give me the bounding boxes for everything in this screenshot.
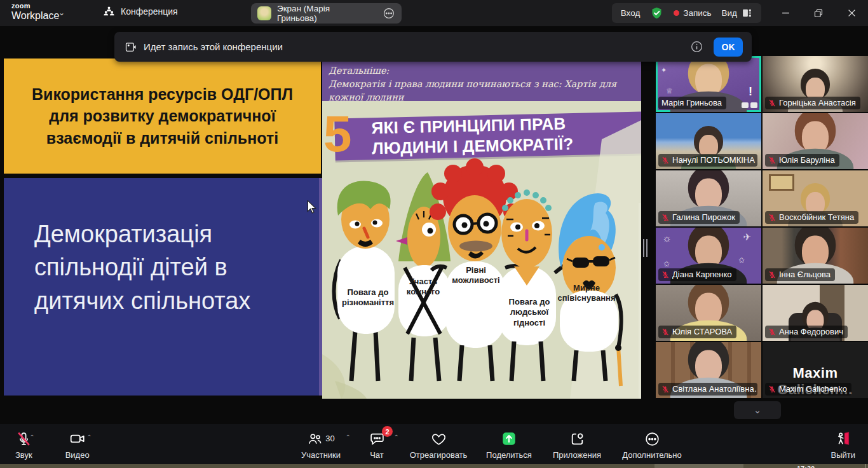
- view-button[interactable]: Вид: [722, 8, 752, 18]
- react-button[interactable]: Отреагировать: [405, 429, 471, 460]
- participants-count: 30: [325, 434, 334, 443]
- people-group-icon: [103, 5, 115, 17]
- recording-indicator[interactable]: Запись: [674, 8, 711, 18]
- avatar: [257, 6, 271, 20]
- muted-mic-icon: [768, 271, 776, 279]
- info-icon[interactable]: [690, 40, 703, 53]
- participant-tile[interactable]: Воскобійник Тетяна: [763, 170, 868, 226]
- logo-text-workplace: Workplace: [11, 11, 59, 21]
- muted-mic-icon: [768, 156, 776, 164]
- zoom-workplace-logo: zoom Workplace: [11, 3, 59, 21]
- participant-name-label: Воскобійник Тетяна: [765, 211, 858, 224]
- chevron-down-icon[interactable]: ⌄: [58, 8, 65, 17]
- slide-note-header: Детальніше: Демократія і права людини по…: [322, 62, 641, 101]
- os-taskbar-sliver[interactable]: 17:30: [0, 464, 868, 468]
- more-ellipsis-icon: [644, 431, 660, 447]
- muted-mic-icon: [768, 328, 776, 336]
- participant-name-label: Юлія СТАРОВА: [658, 326, 736, 338]
- shirt-label-dignity: Повага до людської гідності: [498, 297, 561, 328]
- window-controls: [769, 0, 868, 26]
- participant-tile[interactable]: Юлія Баруліна: [763, 113, 868, 169]
- tab-conference[interactable]: Конференция: [103, 5, 178, 17]
- slide-subtitle-text: Демократизація спільнодії дітей в дитячи…: [34, 217, 288, 317]
- muted-mic-icon: [768, 385, 776, 393]
- chat-unread-badge: 2: [382, 426, 393, 437]
- share-screen-button[interactable]: Поделиться: [480, 429, 538, 460]
- chevron-up-icon[interactable]: ⌃: [394, 434, 399, 441]
- share-screen-icon: [501, 430, 517, 447]
- recording-dot-icon: [674, 10, 679, 16]
- tab-conference-label: Конференция: [121, 6, 178, 17]
- titlebar-status-cluster: Вход Запись Вид: [612, 3, 761, 23]
- participant-tile[interactable]: ☼ ✈ ✩ ✩ Діана Карпенко: [656, 228, 761, 284]
- recording-notification-text: Идет запись этой конференции: [144, 41, 283, 52]
- chevron-down-icon: ⌄: [754, 404, 762, 416]
- screen-recording-icon: [125, 41, 137, 53]
- note-line1: Детальніше:: [329, 64, 635, 78]
- participant-name-label: Діана Карпенко: [658, 268, 736, 281]
- participants-button[interactable]: ⌃ 30 Участники: [294, 429, 348, 460]
- muted-mic-icon: [768, 99, 776, 107]
- taskbar-edge-divider: [865, 464, 866, 468]
- participant-tile[interactable]: Інна Єльцова: [763, 228, 868, 284]
- view-label: Вид: [722, 8, 737, 18]
- participant-name-label: Горніцька Анастасія: [765, 97, 860, 109]
- muted-mic-icon: [661, 214, 669, 221]
- participant-name-label: Анна Федорович: [765, 326, 848, 338]
- participant-name-label: Інна Єльцова: [765, 268, 835, 281]
- chevron-up-icon[interactable]: ⌃: [29, 434, 34, 441]
- title-bar: zoom Workplace ⌄ Конференция Экран (Марі…: [0, 0, 868, 26]
- muted-mic-icon: [661, 271, 669, 279]
- participant-name-label: Галина Пирожок: [658, 211, 740, 224]
- apps-icon: [569, 431, 585, 447]
- participant-name-label: Нанулі ПОТЬОМКІНА: [658, 154, 757, 167]
- tab-screen-share[interactable]: Экран (Марія Гриньова): [251, 3, 402, 24]
- video-button[interactable]: ⌃ Видео: [65, 429, 90, 460]
- chevron-up-icon[interactable]: ⌃: [86, 434, 92, 441]
- mouse-cursor: [307, 200, 316, 214]
- heart-icon: [431, 431, 447, 447]
- participant-tile[interactable]: Maxim Galichen… Maxim Galichenko: [763, 342, 868, 398]
- shirt-label-equal-opportunities: Рівні можливості: [447, 265, 505, 286]
- muted-mic-icon: [661, 328, 669, 336]
- slide-subtitle-block: Демократизація спільнодії дітей в дитячи…: [4, 178, 322, 396]
- sign-in-button[interactable]: Вход: [621, 8, 641, 18]
- participant-tile[interactable]: Анна Федорович: [763, 285, 868, 341]
- muted-mic-icon: [661, 156, 669, 164]
- ok-button[interactable]: OK: [714, 38, 743, 57]
- participants-video-grid: ! ✦ ♕ Марія Гриньова Горніцька Анастасія…: [656, 56, 868, 399]
- recording-label: Запись: [683, 8, 711, 18]
- restore-button[interactable]: [802, 0, 835, 26]
- logo-text-zoom: zoom: [11, 3, 59, 10]
- more-button[interactable]: Дополнительно: [616, 429, 688, 460]
- slide-title-text: Використання ресурсів ОДГ/ОПЛ для розвит…: [29, 83, 296, 149]
- leave-meeting-button[interactable]: Выйти: [831, 429, 856, 460]
- layout-view-icon: [742, 8, 752, 18]
- participant-name-label: Марія Гриньова: [658, 97, 726, 109]
- audio-button[interactable]: ⌃ Звук: [15, 429, 32, 460]
- slide-title-block: Використання ресурсів ОДГ/ОПЛ для розвит…: [4, 59, 321, 174]
- participant-tile[interactable]: Горніцька Анастасія: [763, 56, 868, 112]
- participant-name-label: Юлія Баруліна: [765, 154, 839, 167]
- chat-button[interactable]: 2 ⌃ Чат: [357, 429, 397, 460]
- close-button[interactable]: [835, 0, 868, 26]
- shirt-label-diversity: Повага до різноманіття: [337, 287, 398, 308]
- participant-tile[interactable]: Нанулі ПОТЬОМКІНА: [656, 113, 761, 169]
- video-camera-icon: [69, 430, 86, 447]
- participant-name-label: Світлана Анатоліївна…: [658, 383, 757, 396]
- ellipsis-circle-icon[interactable]: [383, 7, 395, 20]
- collapse-participants-button[interactable]: ⌄: [734, 401, 781, 419]
- chevron-up-icon[interactable]: ⌃: [346, 434, 351, 441]
- taskbar-clock: 17:30: [797, 465, 815, 468]
- participant-tile[interactable]: Галина Пирожок: [656, 170, 761, 226]
- apps-button[interactable]: Приложения: [546, 429, 607, 460]
- shirt-label-peaceful-coexistence: Мирне співіснування: [555, 283, 618, 304]
- participant-tile[interactable]: ! ✦ ♕ Марія Гриньова: [656, 56, 761, 112]
- recording-notification-bar: Идет запись этой конференции OK: [114, 32, 752, 62]
- participant-tile[interactable]: Світлана Анатоліївна…: [656, 342, 761, 398]
- panel-resize-handle[interactable]: [643, 239, 648, 257]
- security-shield-icon[interactable]: [650, 6, 663, 20]
- minimize-button[interactable]: [769, 0, 802, 26]
- meeting-toolbar: ⌃ Звук ⌃ Видео: [0, 424, 868, 464]
- participant-tile[interactable]: Юлія СТАРОВА: [656, 285, 761, 341]
